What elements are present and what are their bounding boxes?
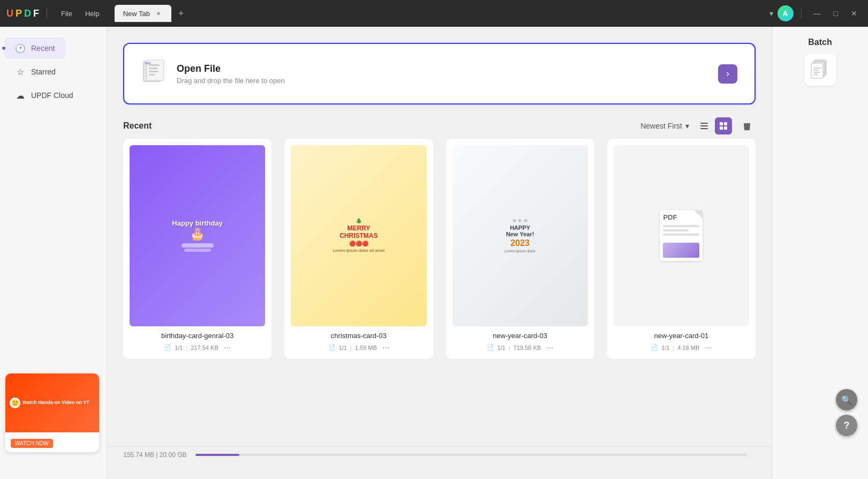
batch-button[interactable] bbox=[804, 54, 836, 86]
svg-rect-9 bbox=[149, 74, 155, 76]
add-tab-button[interactable]: + bbox=[173, 6, 188, 21]
recent-title: Recent bbox=[123, 121, 152, 131]
help-menu[interactable]: Help bbox=[79, 6, 106, 21]
file-name-christmas: christmas-card-03 bbox=[291, 332, 426, 340]
grid-view-button[interactable] bbox=[715, 117, 732, 134]
file-size-birthday: 217.54 KB bbox=[191, 345, 218, 351]
titlebar: UPDF File Help New Tab × + ▾ A — □ ✕ bbox=[0, 0, 868, 27]
list-view-button[interactable] bbox=[696, 117, 713, 134]
open-file-text: Open File Drag and drop the file here to… bbox=[177, 63, 707, 85]
svg-rect-23 bbox=[813, 72, 820, 73]
file-name-birthday: birthday-card-genral-03 bbox=[130, 332, 265, 340]
sort-label: Newest First bbox=[640, 122, 682, 130]
svg-rect-14 bbox=[720, 122, 723, 125]
menu-bar: File Help bbox=[55, 6, 106, 21]
svg-rect-12 bbox=[700, 125, 708, 126]
batch-title: Batch bbox=[781, 38, 859, 47]
ad-watch-button[interactable]: WATCH NOW bbox=[11, 439, 53, 448]
svg-rect-21 bbox=[813, 68, 821, 69]
cloud-icon: ☁ bbox=[15, 90, 26, 101]
file-size-newyear03: 719.58 KB bbox=[514, 345, 541, 351]
svg-rect-16 bbox=[720, 126, 723, 130]
file-size-christmas: 1.59 MB bbox=[355, 345, 377, 351]
delete-all-button[interactable] bbox=[738, 117, 756, 134]
file-card-christmas[interactable]: 🎄 MERRYCHRISTMAS 🔴🔴🔴 Lorem ipsum dolor s… bbox=[284, 139, 433, 359]
avatar[interactable]: A bbox=[778, 5, 794, 21]
sort-chevron-icon: ▾ bbox=[685, 122, 689, 130]
file-meta-christmas: 📄 1/1 | 1.59 MB ··· bbox=[291, 343, 426, 353]
file-name-newyear01: new-year-card-01 bbox=[614, 332, 749, 340]
search-fab[interactable]: 🔍 bbox=[836, 389, 857, 410]
open-file-title: Open File bbox=[177, 63, 707, 74]
file-more-newyear01[interactable]: ··· bbox=[705, 343, 712, 353]
dropdown-icon[interactable]: ▾ bbox=[769, 9, 773, 18]
file-thumbnail-newyear01: PDF bbox=[614, 145, 749, 326]
close-button[interactable]: ✕ bbox=[847, 7, 862, 20]
ad-content: WATCH NOW bbox=[5, 432, 99, 452]
file-card-birthday[interactable]: Happy birthday 🎂 birthday-card-genral-03… bbox=[123, 139, 271, 359]
file-pages-birthday: 📄 bbox=[164, 344, 171, 351]
svg-rect-24 bbox=[813, 74, 818, 75]
tab-label: New Tab bbox=[123, 10, 150, 18]
app-logo: UPDF bbox=[6, 8, 39, 19]
help-fab[interactable]: ? bbox=[836, 415, 857, 436]
svg-rect-7 bbox=[149, 68, 157, 69]
recent-header: Recent Newest First ▾ bbox=[123, 117, 756, 134]
main-content: Open File Drag and drop the file here to… bbox=[107, 27, 772, 479]
file-more-christmas[interactable]: ··· bbox=[382, 343, 389, 353]
main-layout: 🕐 Recent ☆ Starred ☁ UPDF Cloud bbox=[0, 27, 868, 479]
file-name-newyear03: new-year-card-03 bbox=[452, 332, 588, 340]
file-more-newyear03[interactable]: ··· bbox=[546, 343, 553, 353]
search-icon: 🔍 bbox=[841, 395, 852, 405]
file-card-newyear03[interactable]: ❄ ❄ ❄ HAPPYNew Year! 2023 Lorem ipsum do… bbox=[446, 139, 594, 359]
svg-rect-22 bbox=[813, 70, 819, 71]
svg-rect-13 bbox=[700, 128, 708, 129]
recent-controls: Newest First ▾ bbox=[640, 117, 756, 134]
file-card-newyear01[interactable]: PDF new-year-card-01 📄 1/1 | bbox=[607, 139, 756, 359]
file-grid: Happy birthday 🎂 birthday-card-genral-03… bbox=[123, 139, 756, 359]
open-file-arrow-btn[interactable]: › bbox=[718, 64, 737, 84]
storage-info: 155.74 MB | 20.00 GB bbox=[123, 451, 187, 459]
ad-banner-image: 🙂 Watch Hands-on Video on YT bbox=[5, 373, 99, 432]
file-size-newyear01: 4.18 MB bbox=[677, 345, 699, 351]
bottom-bar: 155.74 MB | 20.00 GB bbox=[107, 446, 772, 463]
tab-close-btn[interactable]: × bbox=[154, 9, 163, 18]
storage-bar bbox=[195, 454, 747, 456]
storage-fill bbox=[195, 454, 239, 456]
file-meta-newyear03: 📄 1/1 | 719.58 KB ··· bbox=[452, 343, 588, 353]
open-file-card[interactable]: Open File Drag and drop the file here to… bbox=[123, 43, 756, 104]
svg-rect-8 bbox=[149, 71, 158, 72]
svg-rect-6 bbox=[149, 64, 160, 66]
sidebar-item-cloud[interactable]: ☁ UPDF Cloud bbox=[4, 85, 102, 106]
file-more-birthday[interactable]: ··· bbox=[224, 343, 231, 353]
file-thumbnail-birthday: Happy birthday 🎂 bbox=[130, 145, 265, 326]
sidebar-starred-label: Starred bbox=[31, 68, 56, 76]
recent-section: Recent Newest First ▾ bbox=[123, 117, 756, 359]
new-tab[interactable]: New Tab × bbox=[115, 5, 171, 22]
file-meta-birthday: 📄 1/1 | 217.54 KB ··· bbox=[130, 343, 265, 353]
file-menu[interactable]: File bbox=[55, 6, 79, 21]
floating-buttons: 🔍 ? bbox=[836, 389, 857, 436]
view-toggle bbox=[696, 117, 732, 134]
title-divider bbox=[47, 8, 47, 19]
ad-banner: 🙂 Watch Hands-on Video on YT WATCH NOW bbox=[5, 373, 99, 452]
maximize-button[interactable]: □ bbox=[829, 7, 842, 20]
open-file-subtitle: Drag and drop the file here to open bbox=[177, 77, 707, 85]
sidebar-item-starred[interactable]: ☆ Starred bbox=[4, 61, 102, 83]
tab-bar: New Tab × + bbox=[115, 5, 765, 22]
svg-rect-15 bbox=[724, 122, 727, 125]
titlebar-right: ▾ A — □ ✕ bbox=[769, 5, 862, 21]
pdf-file-icon: PDF bbox=[660, 210, 703, 261]
recent-icon: 🕐 bbox=[15, 43, 26, 54]
svg-rect-10 bbox=[145, 62, 151, 64]
sort-dropdown[interactable]: Newest First ▾ bbox=[640, 122, 689, 130]
sidebar-item-recent[interactable]: 🕐 Recent bbox=[4, 38, 65, 59]
file-meta-newyear01: 📄 1/1 | 4.18 MB ··· bbox=[614, 343, 749, 353]
file-thumbnail-newyear03: ❄ ❄ ❄ HAPPYNew Year! 2023 Lorem ipsum do… bbox=[452, 145, 588, 326]
sidebar-recent-wrapper: 🕐 Recent bbox=[0, 38, 107, 59]
svg-rect-11 bbox=[700, 123, 708, 124]
sidebar-cloud-label: UPDF Cloud bbox=[31, 91, 73, 100]
minimize-button[interactable]: — bbox=[809, 7, 825, 20]
sidebar-recent-label: Recent bbox=[31, 44, 55, 53]
help-icon: ? bbox=[844, 420, 850, 431]
